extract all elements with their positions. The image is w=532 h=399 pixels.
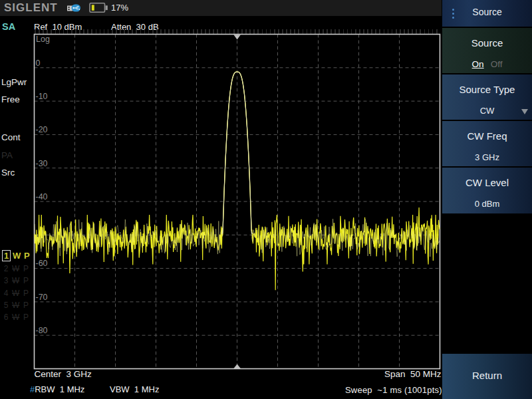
svg-text:-80: -80	[36, 326, 48, 335]
svg-text:-70: -70	[36, 293, 48, 302]
svg-text:0: 0	[36, 59, 41, 68]
svg-text:-40: -40	[36, 192, 48, 201]
svg-text:-60: -60	[36, 259, 48, 268]
svg-text:-20: -20	[36, 125, 48, 134]
svg-text:Log: Log	[36, 35, 50, 44]
svg-text:-30: -30	[36, 159, 48, 168]
svg-text:-10: -10	[36, 92, 48, 101]
